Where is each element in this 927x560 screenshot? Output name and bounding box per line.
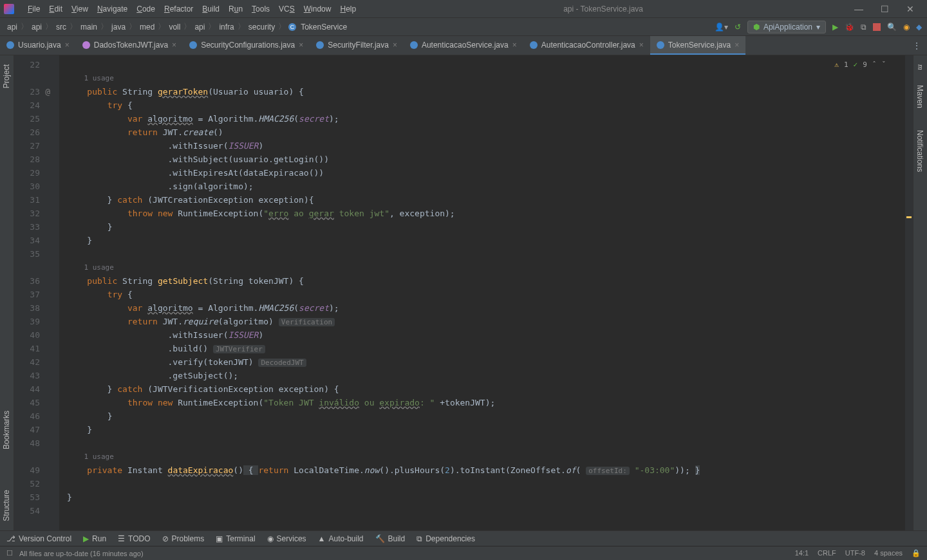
tab-securityfilter[interactable]: SecurityFilter.java× [310, 36, 404, 55]
window-close[interactable]: ✕ [897, 4, 923, 14]
usage-hint[interactable]: 1 usage [84, 74, 114, 82]
close-icon[interactable]: × [299, 41, 303, 50]
tabs-more[interactable]: ⋮ [906, 36, 927, 55]
bottom-toolwindow-bar: ⎇Version Control ▶Run ☰TODO ⊘Problems ▣T… [0, 530, 927, 546]
right-toolwindow-bar: m Maven Notifications [913, 55, 927, 530]
crumb[interactable]: TokenService [299, 23, 349, 32]
tw-build[interactable]: 🔨Build [375, 534, 406, 543]
menu-tools[interactable]: Tools [247, 5, 274, 14]
status-window-icon[interactable]: ☐ [6, 549, 13, 557]
chevron-down-icon: ▾ [816, 23, 820, 32]
close-icon[interactable]: × [639, 41, 644, 50]
record-icon [82, 41, 90, 49]
menu-build[interactable]: Build [198, 5, 224, 14]
titlebar: File Edit View Navigate Code Refactor Bu… [0, 0, 927, 18]
maven-label[interactable]: Maven [915, 81, 924, 112]
encoding[interactable]: UTF-8 [845, 549, 865, 557]
run-button[interactable]: ▶ [832, 23, 838, 32]
close-icon[interactable]: × [735, 41, 739, 50]
crumb[interactable]: infra [217, 23, 236, 32]
structure-toolwindow-tab[interactable]: Structure [2, 486, 11, 525]
tab-autcontroller[interactable]: AutenticacaoController.java× [523, 36, 650, 55]
crumb[interactable]: api [192, 23, 207, 32]
class-icon [410, 41, 418, 49]
tw-deps[interactable]: ⧉Dependencies [417, 534, 475, 543]
coverage-button[interactable]: ⧉ [861, 23, 866, 32]
tw-autobuild[interactable]: ▲Auto-build [318, 534, 364, 543]
misc1-icon[interactable]: ◉ [903, 23, 910, 32]
menu-help[interactable]: Help [335, 5, 360, 14]
tab-autservice[interactable]: AutenticacaoService.java× [404, 36, 523, 55]
notifications-toolwindow-tab[interactable]: Notifications [915, 126, 924, 176]
tab-tokenservice[interactable]: TokenService.java× [650, 36, 745, 55]
main-area: Project Bookmarks Structure 22 23@ 24 25… [0, 55, 927, 530]
crumb[interactable]: main [79, 23, 99, 32]
hammer-icon: 🔨 [375, 534, 385, 543]
line-gutter[interactable]: 22 23@ 24 25 26 27 28 29 30 31 32 33 34 … [14, 55, 59, 530]
crumb[interactable]: java [109, 23, 127, 32]
close-icon[interactable]: × [172, 41, 176, 50]
crumb[interactable]: security [247, 23, 277, 32]
crumb[interactable]: api [5, 23, 19, 32]
menu-window[interactable]: Window [299, 5, 336, 14]
maven-toolwindow-tab[interactable]: m [915, 61, 925, 74]
menu-edit[interactable]: Edit [44, 5, 67, 14]
lock-icon[interactable]: 🔒 [912, 549, 921, 557]
caret-position[interactable]: 14:1 [795, 549, 809, 557]
code-area[interactable]: ⚠1 ✓9 ˆ ˇ 1 usage public String gerarTok… [59, 55, 905, 530]
bookmarks-toolwindow-tab[interactable]: Bookmarks [2, 407, 11, 453]
build-hammer-icon[interactable]: ↺ [735, 23, 741, 32]
error-stripe[interactable] [905, 55, 913, 530]
tw-vcs[interactable]: ⎇Version Control [6, 534, 71, 543]
todo-icon: ☰ [118, 534, 125, 543]
menu-navigate[interactable]: Navigate [93, 5, 132, 14]
usage-hint[interactable]: 1 usage [84, 263, 114, 272]
line-separator[interactable]: CRLF [818, 549, 836, 557]
tw-terminal[interactable]: ▣Terminal [216, 534, 255, 543]
crumb[interactable]: voll [167, 23, 182, 32]
navbar: api〉 api〉 src〉 main〉 java〉 med〉 voll〉 ap… [0, 18, 927, 36]
tab-dadostoken[interactable]: DadosTokenJWT.java× [76, 36, 183, 55]
menu-code[interactable]: Code [132, 5, 160, 14]
tab-usuario[interactable]: Usuario.java× [0, 36, 76, 55]
menu-vcs[interactable]: VCS [274, 5, 299, 14]
stop-button[interactable] [873, 23, 881, 31]
chevron-up-icon[interactable]: ˆ [872, 58, 877, 71]
menu-refactor[interactable]: Refactor [160, 5, 198, 14]
menu-view[interactable]: View [67, 5, 93, 14]
window-maximize[interactable]: ☐ [872, 4, 897, 14]
usage-hint[interactable]: 1 usage [84, 453, 114, 461]
crumb[interactable]: src [54, 23, 68, 32]
close-icon[interactable]: × [512, 41, 517, 50]
at-gutter-icon: @ [45, 85, 50, 98]
branch-icon: ⎇ [6, 534, 15, 543]
chevron-down-icon[interactable]: ˇ [881, 58, 886, 71]
project-toolwindow-tab[interactable]: Project [2, 61, 11, 92]
code-editor[interactable]: 22 23@ 24 25 26 27 28 29 30 31 32 33 34 … [14, 55, 913, 530]
warning-mark[interactable] [906, 216, 912, 218]
tab-label: SecurityFilter.java [328, 41, 389, 50]
close-icon[interactable]: × [393, 41, 397, 50]
play-icon: ▶ [83, 534, 89, 543]
tw-problems[interactable]: ⊘Problems [162, 534, 205, 543]
window-minimize[interactable]: — [846, 4, 872, 14]
tw-services[interactable]: ◉Services [267, 534, 306, 543]
close-icon[interactable]: × [65, 41, 70, 50]
indent[interactable]: 4 spaces [874, 549, 903, 557]
crumb[interactable]: api [30, 23, 44, 32]
crumb[interactable]: med [138, 23, 156, 32]
class-icon [6, 41, 14, 49]
tw-run[interactable]: ▶Run [83, 534, 106, 543]
tab-securityconfig[interactable]: SecurityConfigurations.java× [183, 36, 310, 55]
class-icon [316, 41, 324, 49]
search-everywhere-icon[interactable]: 🔍 [887, 23, 897, 32]
menu-run[interactable]: Run [224, 5, 247, 14]
menu-file[interactable]: File [23, 5, 44, 14]
inspections-widget[interactable]: ⚠1 ✓9 ˆ ˇ [834, 58, 886, 71]
debug-button[interactable]: 🐞 [845, 23, 854, 32]
misc2-icon[interactable]: ◆ [916, 23, 922, 32]
tw-todo[interactable]: ☰TODO [118, 534, 150, 543]
svg-text:C: C [290, 24, 295, 30]
run-config-selector[interactable]: ⬢ ApiApplication ▾ [747, 21, 826, 33]
user-icon[interactable]: 👤▾ [715, 23, 728, 32]
